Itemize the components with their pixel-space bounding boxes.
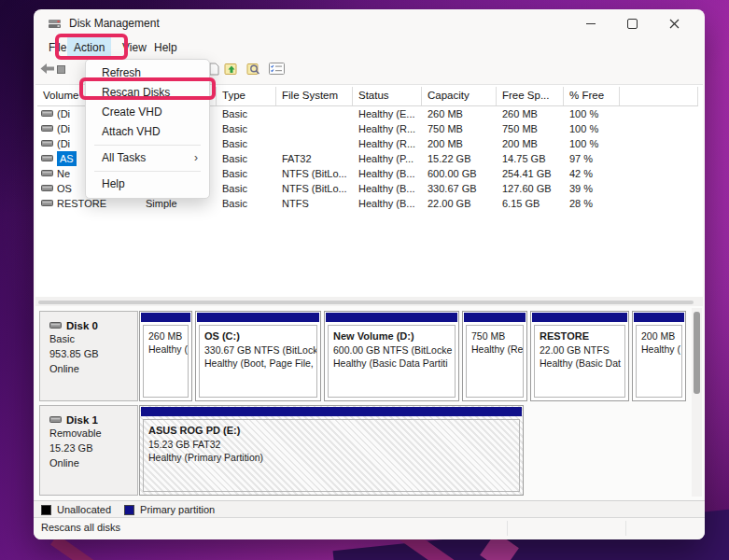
partition-line: Healthy ( (641, 343, 681, 356)
partition-info: OS (C:)330.67 GB NTFS (BitLockHealthy (B… (199, 325, 317, 398)
desktop: { "app": { "title": "Disk Management" },… (0, 0, 729, 560)
partition-info: 200 MBHealthy ( (636, 325, 682, 398)
pct-free-cell: 97 % (564, 151, 620, 166)
partition-strip: 260 MBHealthy (OS (C:)330.67 GB NTFS (Bi… (139, 311, 686, 401)
partition-type-bar (532, 313, 627, 322)
legend-label: Primary partition (140, 504, 215, 515)
drive-icon (41, 106, 53, 121)
status-bar-divider (507, 521, 508, 536)
vertical-scrollbar[interactable] (692, 308, 702, 497)
back-arrow-icon[interactable] (39, 63, 55, 75)
menu-help[interactable]: Help (147, 37, 184, 58)
disk-info-line: Basic (49, 331, 137, 346)
horizontal-scrollbar[interactable] (35, 297, 703, 306)
partition-title: New Volume (D:) (333, 329, 455, 343)
column-header-file-system[interactable]: File System (276, 87, 353, 105)
disk-name: Disk 0 (49, 320, 137, 331)
free-space-cell: 260 MB (497, 106, 564, 121)
status-text: Rescans all disks (41, 522, 120, 533)
blank-cell (620, 136, 698, 151)
partition-line: Healthy (Basic Data Partiti (333, 357, 455, 370)
folder-upload-icon[interactable] (224, 63, 239, 76)
disk-label-disk-0[interactable]: Disk 0Basic953.85 GBOnline (39, 311, 138, 401)
partition-os-c[interactable]: OS (C:)330.67 GB NTFS (BitLockHealthy (B… (195, 311, 321, 401)
menu-item-create-vhd[interactable]: Create VHD (86, 103, 209, 122)
pct-free-cell: 100 % (564, 136, 620, 151)
legend-unallocated: Unallocated (41, 504, 111, 515)
partition-type-bar (197, 313, 319, 322)
drive-icon (41, 196, 53, 211)
status-cell: Healthy (P... (353, 151, 422, 166)
partition-260-mb[interactable]: 260 MBHealthy ( (139, 311, 192, 401)
disk-management-app-icon (48, 18, 62, 30)
status-cell: Healthy (R... (353, 121, 422, 136)
column-header-free-sp[interactable]: Free Sp... (497, 87, 564, 105)
disk-info-line: Removable (49, 426, 137, 441)
title-bar[interactable]: Disk Management (34, 9, 705, 37)
maximize-button[interactable] (611, 9, 653, 37)
window-icon[interactable] (57, 65, 65, 74)
type-cell: Basic (217, 121, 276, 136)
partition-restore[interactable]: RESTORE22.00 GB NTFSHealthy (Basic Dat (530, 311, 629, 401)
partition-200-mb[interactable]: 200 MBHealthy ( (632, 311, 686, 401)
partition-line: 330.67 GB NTFS (BitLock (204, 343, 316, 357)
pct-free-cell: 39 % (564, 181, 620, 196)
disk-name-text: Disk 0 (66, 320, 98, 331)
partition-asus-rog-pd-e[interactable]: ASUS ROG PD (E:)15.23 GB FAT32Healthy (P… (139, 405, 524, 496)
maximize-icon (627, 19, 638, 29)
menu-separator (94, 171, 201, 172)
menu-item-all-tasks[interactable]: All Tasks› (86, 148, 209, 168)
menu-item-attach-vhd[interactable]: Attach VHD (86, 122, 209, 142)
document-icon[interactable] (209, 63, 219, 76)
type-cell: Basic (217, 166, 276, 181)
partition-type-bar (141, 407, 522, 416)
legend-swatch (124, 505, 134, 515)
menu-item-help[interactable]: Help (86, 175, 209, 194)
vertical-scrollbar-thumb[interactable] (694, 312, 700, 394)
blank-cell (620, 151, 698, 166)
minimize-button[interactable] (569, 9, 611, 37)
partition-info: RESTORE22.00 GB NTFSHealthy (Basic Dat (534, 325, 625, 398)
pct-free-cell: 28 % (564, 196, 620, 211)
partition-new-volume-d[interactable]: New Volume (D:)600.00 GB NTFS (BitLockeH… (324, 311, 459, 401)
capacity-cell: 15.22 GB (422, 151, 497, 166)
free-space-cell: 6.15 GB (497, 196, 564, 211)
search-icon[interactable] (246, 63, 261, 76)
column-header-free[interactable]: % Free (564, 87, 620, 105)
disk-info-line: Online (49, 455, 137, 470)
free-space-cell: 750 MB (497, 121, 564, 136)
volume-name: OS (57, 181, 72, 196)
disk-name: Disk 1 (49, 414, 137, 426)
file-system-cell: NTFS (276, 196, 353, 211)
type-cell: Basic (217, 151, 276, 166)
column-header-blank[interactable] (620, 87, 698, 105)
blank-cell (620, 106, 698, 121)
status-cell: Healthy (B... (353, 196, 422, 211)
properties-icon[interactable] (269, 63, 285, 75)
horizontal-scrollbar-thumb[interactable] (38, 301, 694, 304)
status-cell: Healthy (B... (353, 166, 422, 181)
column-header-status[interactable]: Status (353, 87, 422, 105)
capacity-cell: 260 MB (422, 106, 497, 121)
window-controls (569, 9, 695, 37)
partition-line: 15.23 GB FAT32 (148, 438, 519, 451)
capacity-cell: 330.67 GB (422, 181, 497, 196)
partition-info: 750 MBHealthy (Re (466, 325, 524, 398)
minimize-icon (586, 23, 596, 24)
blank-cell (620, 181, 698, 196)
close-button[interactable] (653, 9, 695, 37)
status-bar: Rescans all disks (34, 517, 705, 539)
status-cell: Healthy (E... (353, 106, 422, 121)
submenu-arrow-icon: › (194, 148, 198, 168)
partition-strip: ASUS ROG PD (E:)15.23 GB FAT32Healthy (P… (139, 405, 524, 496)
partition-line: Healthy ( (148, 343, 188, 356)
partition-line: 22.00 GB NTFS (540, 343, 624, 357)
column-header-type[interactable]: Type (217, 87, 276, 105)
disk-info-line: 15.23 GB (49, 441, 137, 455)
free-space-cell: 127.60 GB (497, 181, 564, 196)
disk-info-line: 953.85 GB (49, 346, 137, 361)
partition-750-mb[interactable]: 750 MBHealthy (Re (462, 311, 527, 401)
disk-label-disk-1[interactable]: Disk 1Removable15.23 GBOnline (39, 405, 138, 496)
column-header-capacity[interactable]: Capacity (422, 87, 497, 105)
partition-line: Healthy (Boot, Page File, (204, 357, 316, 370)
